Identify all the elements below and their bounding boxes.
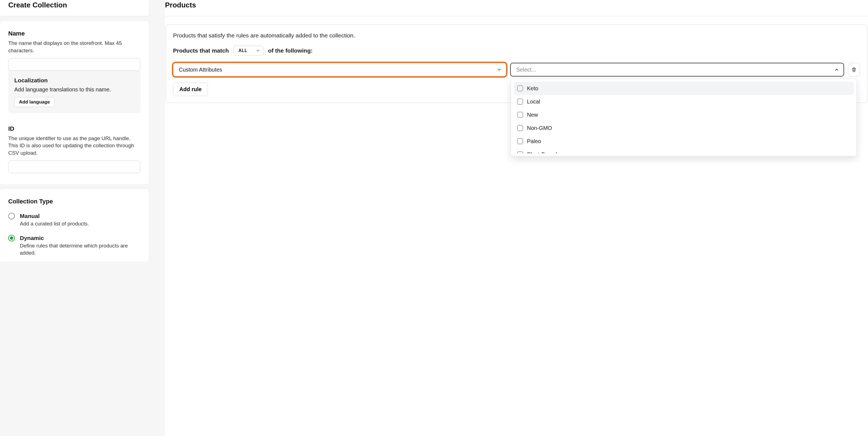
rules-intro-text: Products that satisfy the rules are auto…	[173, 31, 860, 39]
radio-label: Manual	[20, 212, 89, 220]
dropdown-option[interactable]: Paleo	[514, 135, 854, 148]
dropdown-option[interactable]: Non-GMO	[514, 121, 854, 135]
radio-unchecked-icon[interactable]	[8, 213, 15, 220]
collection-type-option-dynamic[interactable]: Dynamic Define rules that determine whic…	[8, 234, 140, 257]
delete-rule-button[interactable]	[848, 63, 860, 77]
match-prefix: Products that match	[173, 47, 229, 55]
dropdown-option-label: New	[527, 111, 538, 119]
trash-icon	[851, 67, 857, 72]
name-label: Name	[8, 29, 140, 38]
match-mode-value: ALL	[239, 48, 248, 54]
id-label: ID	[8, 125, 140, 133]
radio-desc: Define rules that determine which produc…	[20, 242, 140, 257]
localization-title: Localization	[14, 76, 134, 84]
id-help: The unique identifier to use as the page…	[8, 135, 140, 157]
name-help: The name that displays on the storefront…	[8, 40, 140, 54]
collection-type-option-manual[interactable]: Manual Add a curated list of products.	[8, 212, 140, 227]
localization-desc: Add language translations to this name.	[14, 86, 134, 93]
checkbox-icon[interactable]	[517, 112, 523, 118]
name-input[interactable]	[8, 58, 140, 71]
chevron-down-icon	[497, 67, 502, 72]
radio-checked-icon[interactable]	[8, 235, 15, 241]
checkbox-icon[interactable]	[517, 151, 523, 153]
radio-label: Dynamic	[20, 234, 140, 242]
collection-type-title: Collection Type	[8, 197, 140, 206]
chevron-down-icon	[256, 49, 260, 53]
rule-value-select[interactable]: Select... Keto	[510, 63, 844, 77]
chevron-up-icon	[834, 67, 839, 72]
rules-card: Products that satisfy the rules are auto…	[165, 25, 867, 103]
dropdown-option-label: Plant-Based	[527, 151, 557, 153]
checkbox-icon[interactable]	[517, 138, 523, 144]
rule-value-placeholder: Select...	[516, 66, 536, 74]
rule-value-dropdown: Keto Local New	[511, 79, 857, 156]
dropdown-option-label: Paleo	[527, 137, 541, 145]
page-title: Create Collection	[0, 0, 149, 16]
dropdown-option-label: Local	[527, 98, 540, 106]
add-language-button[interactable]: Add language	[14, 97, 55, 107]
dropdown-option[interactable]: Plant-Based	[514, 148, 854, 153]
products-title: Products	[165, 0, 868, 16]
id-input[interactable]	[8, 161, 140, 173]
checkbox-icon[interactable]	[517, 125, 523, 131]
dropdown-option[interactable]: Local	[514, 95, 854, 108]
checkbox-icon[interactable]	[517, 85, 523, 91]
radio-desc: Add a curated list of products.	[20, 220, 89, 228]
match-suffix: of the following:	[268, 47, 313, 55]
checkbox-icon[interactable]	[517, 98, 523, 105]
dropdown-option[interactable]: Keto	[514, 82, 854, 95]
rule-attribute-select[interactable]: Custom Attributes	[173, 63, 506, 77]
match-mode-select[interactable]: ALL	[233, 46, 264, 56]
dropdown-option-label: Keto	[527, 85, 538, 92]
add-rule-button[interactable]: Add rule	[173, 83, 208, 96]
dropdown-option[interactable]: New	[514, 108, 854, 121]
rule-attribute-value: Custom Attributes	[179, 66, 222, 74]
dropdown-option-label: Non-GMO	[527, 124, 552, 132]
